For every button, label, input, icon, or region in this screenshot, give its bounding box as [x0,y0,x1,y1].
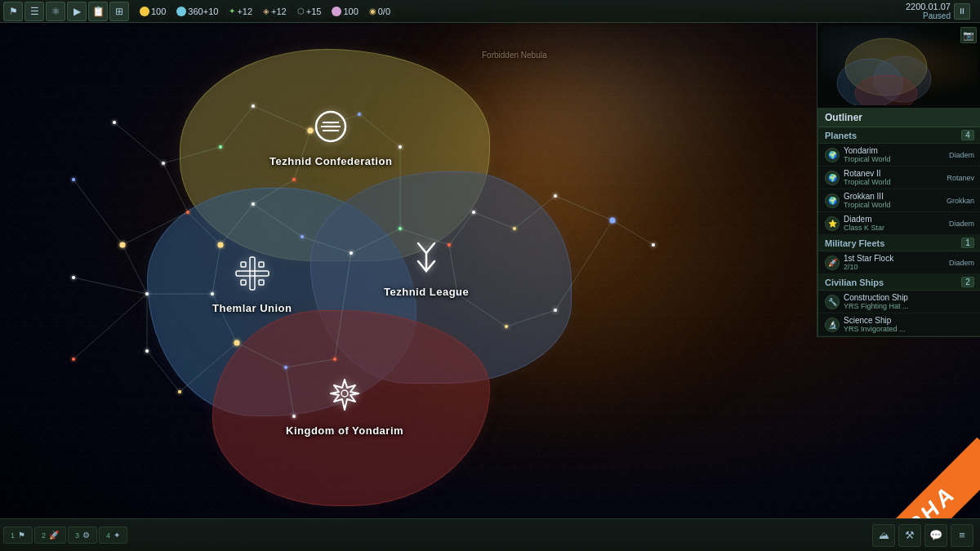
star-dot[interactable] [399,227,402,230]
star-dot[interactable] [350,251,353,255]
star-dot[interactable] [72,276,75,279]
policies-icon[interactable]: 📋 [88,2,108,21]
unity-value: 100 [343,7,358,16]
territory-kingdom-yondarim[interactable] [212,310,490,506]
pause-button[interactable]: ⏸ [954,3,970,20]
fleet-name-1st-star-flock: 1st Star Flock [844,254,945,263]
star-dot[interactable] [211,292,214,295]
planets-section-header[interactable]: Planets 4 [818,127,980,144]
consumer-resource[interactable]: ◈ +12 [259,6,291,17]
unity-resource[interactable]: 100 [327,6,362,17]
star-dot[interactable] [652,243,655,247]
military-fleets-section-header[interactable]: Military Fleets 1 [818,235,980,251]
star-dot[interactable] [252,202,255,206]
civilian-ships-section-header[interactable]: Civilian Ships 2 [818,274,980,291]
planet-type-diadem: Class K Star [844,224,945,232]
planet-item-rotanev[interactable]: 🌍 Rotanev II Tropical World Rotanev [818,167,980,189]
star-dot[interactable] [513,227,516,230]
star-dot[interactable] [554,309,557,312]
resource-bar: 100 360+10 ✦ +12 ◈ +12 ⬡ +15 100 ◉ 0/0 [136,6,394,17]
fleet-info-1st-star-flock: 1st Star Flock 2/10 [844,254,945,271]
star-dot[interactable] [219,145,222,149]
ship-type-construction: YRS Fighting Hat ... [844,302,974,310]
food-resource[interactable]: ✦ +12 [225,6,256,17]
star-dot[interactable] [145,349,149,353]
star-dot[interactable] [358,113,361,116]
energy-resource[interactable]: 100 [136,6,170,17]
food-value: +12 [237,7,252,16]
empire-icon[interactable]: ⚑ [3,2,23,21]
star-dot[interactable] [186,211,189,214]
tab-4[interactable]: 4 ✦ [99,527,127,544]
star-dot[interactable] [120,242,126,248]
star-dot[interactable] [72,178,75,181]
resources-icon[interactable]: ⚒ [898,524,921,547]
star-dot[interactable] [162,162,165,165]
menu-icon[interactable]: ≡ [951,524,973,547]
planet-icon-diadem: ⭐ [825,216,840,231]
star-dot[interactable] [252,104,255,108]
date-display: 2200.01.07 Paused [906,2,951,20]
star-dot[interactable] [72,358,75,361]
outliner-toggle-icon[interactable]: ⊞ [109,2,129,21]
tab-2[interactable]: 2 🚀 [34,527,66,544]
chat-icon[interactable]: 💬 [924,524,947,547]
planet-item-diadem[interactable]: ⭐ Diadem Class K Star Diadem [818,212,980,235]
minimap-camera-icon[interactable]: 📷 [960,27,977,43]
minimap[interactable]: 📷 [817,23,980,109]
minimap-svg [821,26,978,105]
ship-info-science: Science Ship YRS Invigorated ... [844,316,974,333]
tab-1[interactable]: 1 ⚑ [3,527,33,544]
minerals-resource[interactable]: 360+10 [172,6,222,17]
planet-item-yondarim[interactable]: 🌍 Yondarim Tropical World Diadem [818,144,980,167]
ship-item-science[interactable]: 🔬 Science Ship YRS Invigorated ... [818,313,980,336]
status-text: Paused [906,11,951,20]
star-dot[interactable] [554,194,557,198]
tab-1-icon: ⚑ [18,531,25,540]
bottom-tabs: 1 ⚑ 2 🚀 3 ⚙ 4 ✦ [0,527,131,544]
planet-icon-yondarim: 🌍 [825,148,840,162]
outliner-title: Outliner [818,109,980,127]
star-dot[interactable] [145,292,149,295]
star-dot[interactable] [610,218,616,224]
planet-name-diadem: Diadem [844,215,945,224]
star-dot[interactable] [218,242,224,248]
food-icon: ✦ [229,7,235,16]
star-dot[interactable] [448,243,451,247]
species-icon[interactable]: ☰ [24,2,44,21]
star-dot[interactable] [113,121,116,124]
influence-resource[interactable]: ◉ 0/0 [365,6,394,17]
technology-icon[interactable]: ⚛ [46,2,65,21]
star-dot[interactable] [308,128,314,134]
map-mode-icon[interactable]: ⛰ [872,524,895,547]
ship-item-construction[interactable]: 🔧 Construction Ship YRS Fighting Hat ... [818,291,980,313]
bottom-bar: 1 ⚑ 2 🚀 3 ⚙ 4 ✦ ⛰ ⚒ 💬 ≡ [0,518,980,551]
tab-3-icon: ⚙ [82,531,90,540]
star-dot[interactable] [292,415,296,418]
star-dot[interactable] [472,211,475,214]
traditions-icon[interactable]: ▶ [67,2,87,21]
bottom-right-icons: ⛰ ⚒ 💬 ≡ [872,524,980,547]
star-dot[interactable] [456,292,459,295]
planet-item-grokkan[interactable]: 🌍 Grokkan III Tropical World Grokkan [818,189,980,212]
civilian-ships-count: 2 [961,277,974,287]
star-dot[interactable] [301,235,304,238]
alloys-icon: ⬡ [297,7,305,16]
fleet-item-1st-star-flock[interactable]: 🚀 1st Star Flock 2/10 Diadem [818,251,980,274]
alloys-resource[interactable]: ⬡ +15 [293,6,326,17]
influence-value: 0/0 [378,7,390,16]
star-dot[interactable] [178,390,181,393]
star-dot[interactable] [234,340,240,346]
star-dot[interactable] [284,366,287,369]
star-dot[interactable] [333,358,336,361]
star-dot[interactable] [505,325,508,328]
fleet-icon-1st-star-flock: 🚀 [825,256,840,270]
star-dot[interactable] [292,178,296,181]
planet-type-rotanev: Tropical World [844,178,942,186]
star-dot[interactable] [399,145,402,149]
right-panel: 📷 Outliner Planets 4 🌍 Yondarim Tropical… [817,23,980,337]
tab-2-icon: 🚀 [49,531,59,540]
ship-icon-science: 🔬 [825,318,840,332]
planets-count: 4 [961,130,974,140]
tab-3[interactable]: 3 ⚙ [68,527,97,544]
